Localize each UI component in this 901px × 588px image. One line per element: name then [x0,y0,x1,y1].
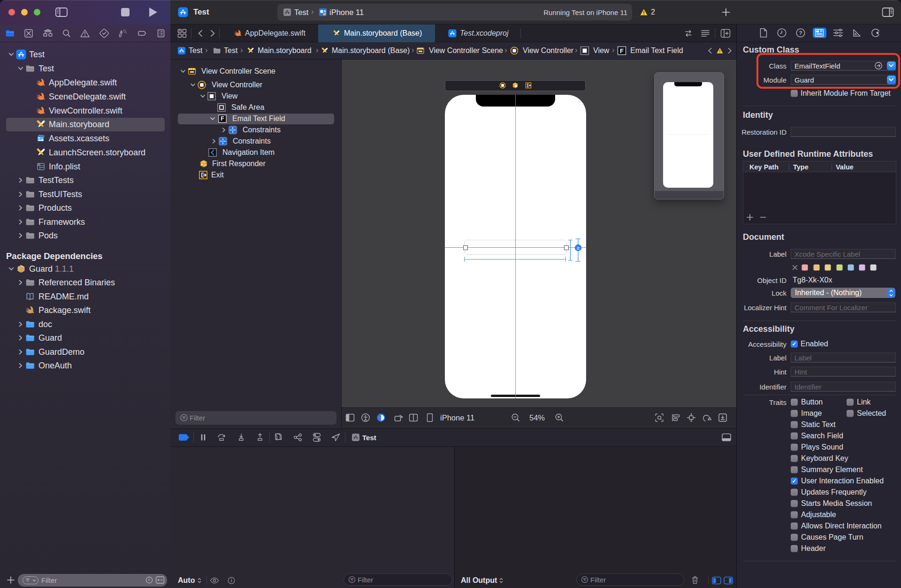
svg-text:F: F [620,47,624,54]
svg-text:≥: ≥ [577,245,580,251]
svg-text:F: F [221,115,224,122]
svg-text:?: ? [799,30,802,36]
svg-text:1: 1 [204,163,206,166]
